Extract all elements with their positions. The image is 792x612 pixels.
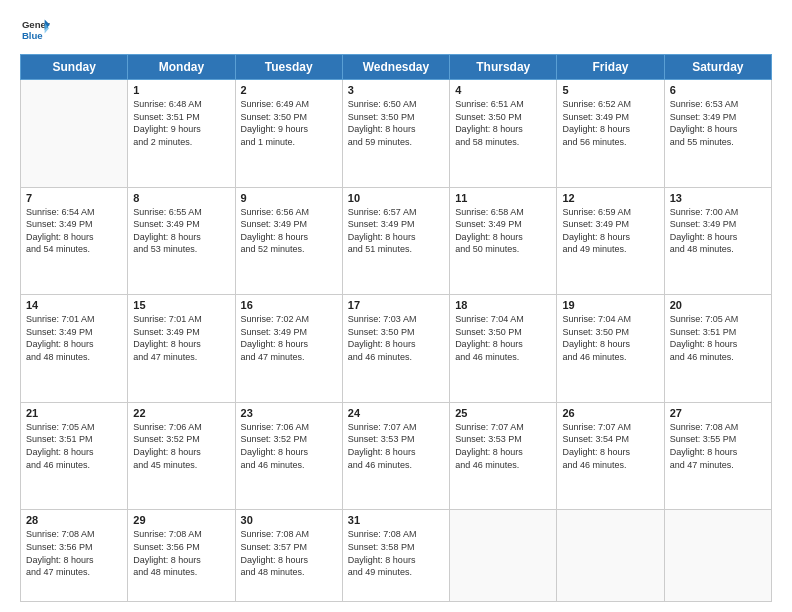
day-number: 7 xyxy=(26,192,122,204)
calendar-table: SundayMondayTuesdayWednesdayThursdayFrid… xyxy=(20,54,772,602)
sunrise-text: Sunrise: 6:57 AM xyxy=(348,206,444,219)
calendar-cell: 4Sunrise: 6:51 AMSunset: 3:50 PMDaylight… xyxy=(450,80,557,188)
daylight-label: Daylight: 8 hours xyxy=(348,446,444,459)
daylight-value: and 46 minutes. xyxy=(455,459,551,472)
day-number: 2 xyxy=(241,84,337,96)
daylight-value: and 46 minutes. xyxy=(348,459,444,472)
daylight-value: and 46 minutes. xyxy=(241,459,337,472)
daylight-label: Daylight: 8 hours xyxy=(455,231,551,244)
week-row-1: 1Sunrise: 6:48 AMSunset: 3:51 PMDaylight… xyxy=(21,80,772,188)
day-info: Sunrise: 7:07 AMSunset: 3:54 PMDaylight:… xyxy=(562,421,658,471)
sunset-text: Sunset: 3:51 PM xyxy=(26,433,122,446)
day-info: Sunrise: 7:08 AMSunset: 3:58 PMDaylight:… xyxy=(348,528,444,578)
calendar-cell: 16Sunrise: 7:02 AMSunset: 3:49 PMDayligh… xyxy=(235,295,342,403)
sunset-text: Sunset: 3:49 PM xyxy=(26,326,122,339)
day-info: Sunrise: 7:04 AMSunset: 3:50 PMDaylight:… xyxy=(455,313,551,363)
day-number: 27 xyxy=(670,407,766,419)
daylight-value: and 59 minutes. xyxy=(348,136,444,149)
sunset-text: Sunset: 3:52 PM xyxy=(133,433,229,446)
calendar-cell: 24Sunrise: 7:07 AMSunset: 3:53 PMDayligh… xyxy=(342,402,449,510)
sunrise-text: Sunrise: 6:49 AM xyxy=(241,98,337,111)
sunset-text: Sunset: 3:50 PM xyxy=(241,111,337,124)
daylight-label: Daylight: 8 hours xyxy=(455,446,551,459)
day-info: Sunrise: 7:02 AMSunset: 3:49 PMDaylight:… xyxy=(241,313,337,363)
week-row-2: 7Sunrise: 6:54 AMSunset: 3:49 PMDaylight… xyxy=(21,187,772,295)
day-number: 26 xyxy=(562,407,658,419)
daylight-label: Daylight: 8 hours xyxy=(133,446,229,459)
daylight-value: and 51 minutes. xyxy=(348,243,444,256)
sunset-text: Sunset: 3:50 PM xyxy=(348,111,444,124)
daylight-value: and 53 minutes. xyxy=(133,243,229,256)
sunset-text: Sunset: 3:49 PM xyxy=(133,218,229,231)
daylight-value: and 46 minutes. xyxy=(348,351,444,364)
daylight-value: and 2 minutes. xyxy=(133,136,229,149)
day-info: Sunrise: 7:06 AMSunset: 3:52 PMDaylight:… xyxy=(241,421,337,471)
calendar-cell xyxy=(664,510,771,602)
calendar-body: 1Sunrise: 6:48 AMSunset: 3:51 PMDaylight… xyxy=(21,80,772,602)
sunrise-text: Sunrise: 7:05 AM xyxy=(670,313,766,326)
daylight-value: and 56 minutes. xyxy=(562,136,658,149)
calendar-cell: 6Sunrise: 6:53 AMSunset: 3:49 PMDaylight… xyxy=(664,80,771,188)
sunrise-text: Sunrise: 7:05 AM xyxy=(26,421,122,434)
daylight-value: and 46 minutes. xyxy=(562,351,658,364)
day-number: 19 xyxy=(562,299,658,311)
day-info: Sunrise: 7:04 AMSunset: 3:50 PMDaylight:… xyxy=(562,313,658,363)
sunrise-text: Sunrise: 7:07 AM xyxy=(562,421,658,434)
sunset-text: Sunset: 3:50 PM xyxy=(562,326,658,339)
calendar-cell: 29Sunrise: 7:08 AMSunset: 3:56 PMDayligh… xyxy=(128,510,235,602)
sunrise-text: Sunrise: 7:00 AM xyxy=(670,206,766,219)
weekday-header-wednesday: Wednesday xyxy=(342,55,449,80)
calendar-cell: 22Sunrise: 7:06 AMSunset: 3:52 PMDayligh… xyxy=(128,402,235,510)
sunrise-text: Sunrise: 7:03 AM xyxy=(348,313,444,326)
day-number: 12 xyxy=(562,192,658,204)
day-info: Sunrise: 6:51 AMSunset: 3:50 PMDaylight:… xyxy=(455,98,551,148)
calendar-cell xyxy=(450,510,557,602)
day-info: Sunrise: 6:56 AMSunset: 3:49 PMDaylight:… xyxy=(241,206,337,256)
weekday-header-sunday: Sunday xyxy=(21,55,128,80)
calendar-cell: 27Sunrise: 7:08 AMSunset: 3:55 PMDayligh… xyxy=(664,402,771,510)
day-info: Sunrise: 7:06 AMSunset: 3:52 PMDaylight:… xyxy=(133,421,229,471)
daylight-value: and 48 minutes. xyxy=(670,243,766,256)
day-info: Sunrise: 7:05 AMSunset: 3:51 PMDaylight:… xyxy=(26,421,122,471)
day-number: 10 xyxy=(348,192,444,204)
sunrise-text: Sunrise: 6:58 AM xyxy=(455,206,551,219)
day-number: 13 xyxy=(670,192,766,204)
sunrise-text: Sunrise: 6:56 AM xyxy=(241,206,337,219)
weekday-header-tuesday: Tuesday xyxy=(235,55,342,80)
sunset-text: Sunset: 3:49 PM xyxy=(562,218,658,231)
daylight-label: Daylight: 8 hours xyxy=(133,231,229,244)
calendar-cell: 31Sunrise: 7:08 AMSunset: 3:58 PMDayligh… xyxy=(342,510,449,602)
calendar-cell: 7Sunrise: 6:54 AMSunset: 3:49 PMDaylight… xyxy=(21,187,128,295)
daylight-label: Daylight: 8 hours xyxy=(241,554,337,567)
week-row-4: 21Sunrise: 7:05 AMSunset: 3:51 PMDayligh… xyxy=(21,402,772,510)
sunset-text: Sunset: 3:56 PM xyxy=(133,541,229,554)
sunrise-text: Sunrise: 7:08 AM xyxy=(26,528,122,541)
sunrise-text: Sunrise: 7:07 AM xyxy=(348,421,444,434)
sunrise-text: Sunrise: 7:01 AM xyxy=(133,313,229,326)
sunrise-text: Sunrise: 6:59 AM xyxy=(562,206,658,219)
sunrise-text: Sunrise: 6:52 AM xyxy=(562,98,658,111)
daylight-value: and 55 minutes. xyxy=(670,136,766,149)
day-number: 25 xyxy=(455,407,551,419)
daylight-value: and 47 minutes. xyxy=(133,351,229,364)
sunrise-text: Sunrise: 7:08 AM xyxy=(133,528,229,541)
daylight-value: and 54 minutes. xyxy=(26,243,122,256)
daylight-value: and 50 minutes. xyxy=(455,243,551,256)
sunrise-text: Sunrise: 7:08 AM xyxy=(670,421,766,434)
sunrise-text: Sunrise: 7:08 AM xyxy=(348,528,444,541)
weekday-header-monday: Monday xyxy=(128,55,235,80)
sunrise-text: Sunrise: 6:55 AM xyxy=(133,206,229,219)
day-info: Sunrise: 7:01 AMSunset: 3:49 PMDaylight:… xyxy=(133,313,229,363)
sunset-text: Sunset: 3:51 PM xyxy=(133,111,229,124)
daylight-label: Daylight: 8 hours xyxy=(670,446,766,459)
daylight-label: Daylight: 8 hours xyxy=(670,338,766,351)
day-number: 18 xyxy=(455,299,551,311)
calendar-cell xyxy=(557,510,664,602)
weekday-header-saturday: Saturday xyxy=(664,55,771,80)
sunset-text: Sunset: 3:49 PM xyxy=(562,111,658,124)
sunset-text: Sunset: 3:50 PM xyxy=(455,111,551,124)
calendar-cell: 17Sunrise: 7:03 AMSunset: 3:50 PMDayligh… xyxy=(342,295,449,403)
day-info: Sunrise: 7:07 AMSunset: 3:53 PMDaylight:… xyxy=(455,421,551,471)
sunset-text: Sunset: 3:50 PM xyxy=(348,326,444,339)
daylight-label: Daylight: 8 hours xyxy=(348,338,444,351)
